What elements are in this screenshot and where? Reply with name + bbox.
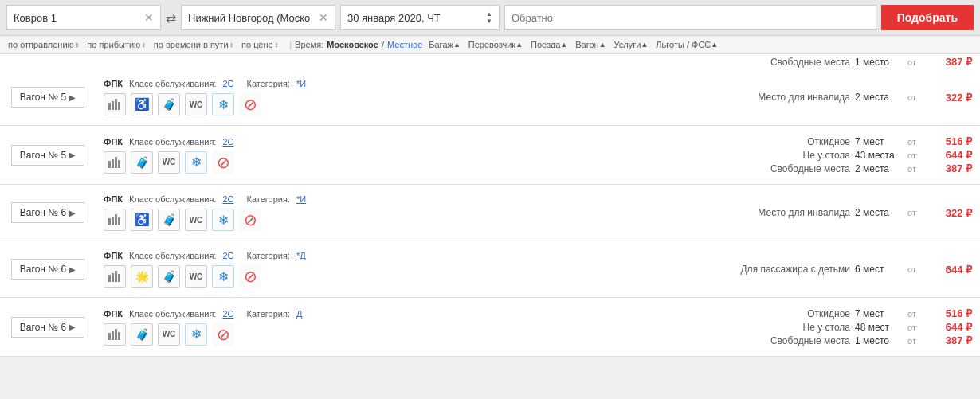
wagon-operator: ФПК <box>104 137 123 147</box>
price-seats: 1 место <box>855 335 903 346</box>
price-from: от <box>907 309 923 319</box>
services-icon: ▲ <box>641 41 648 49</box>
sort-by-arrival[interactable]: по прибытию ↕ <box>87 40 146 49</box>
svg-rect-16 <box>108 333 111 340</box>
wagon-row: Вагон № 5 ▶ ФПК Класс обслуживания: 2С К… <box>0 69 980 126</box>
to-clear-btn[interactable]: ✕ <box>319 11 328 24</box>
price-value: 644 ₽ <box>928 321 972 333</box>
baggage-icon: ▲ <box>453 41 461 49</box>
wagon-class-label: Класс обслуживания: <box>129 137 216 147</box>
filter-services[interactable]: Услуги ▲ <box>614 40 649 49</box>
price-seats: 2 места <box>855 163 903 174</box>
wagon-class-label: Класс обслуживания: <box>129 194 216 204</box>
partial-seats: 1 место <box>855 57 903 68</box>
filter-carrier[interactable]: Перевозчик ▲ <box>468 40 523 49</box>
wagon-number-button[interactable]: Вагон № 6 ▶ <box>11 317 84 338</box>
from-clear-btn[interactable]: ✕ <box>144 11 154 24</box>
sort-price-icon: ↕ <box>275 41 279 49</box>
date-field[interactable]: ▲ ▼ <box>340 5 500 30</box>
wagon-pricing: Для пассажира с детьми 6 мест от 644 ₽ <box>732 248 980 291</box>
price-from: от <box>907 208 923 217</box>
svg-rect-5 <box>112 159 114 168</box>
wagon-class-link[interactable]: 2С <box>222 309 233 319</box>
wagon-category-link[interactable]: *Д <box>296 251 306 260</box>
wagon-category-label: Категория: <box>247 79 290 88</box>
wagon-class-link[interactable]: 2С <box>222 194 233 204</box>
wheelchair-icon: ♿ <box>131 93 153 115</box>
price-value: 322 ₽ <box>928 92 972 104</box>
wagon-operator: ФПК <box>104 309 123 319</box>
wagon-class-link[interactable]: 2С <box>222 79 233 88</box>
snowflake-icon: ❄ <box>212 265 234 288</box>
price-from: от <box>907 264 923 274</box>
return-input[interactable] <box>512 12 869 24</box>
price-label: Свободные места <box>765 335 850 346</box>
carrier-icon: ▲ <box>515 41 523 49</box>
wagon-operator: ФПК <box>104 194 123 204</box>
wagon-category-label: Категория: <box>247 194 290 204</box>
wagon-details: ФПК Класс обслуживания: 2С Категория: *И… <box>96 191 750 234</box>
wagon-expand-icon: ▶ <box>69 93 76 102</box>
wagon-class-link[interactable]: 2С <box>222 137 233 147</box>
wagon-number-button[interactable]: Вагон № 5 ▶ <box>11 145 84 166</box>
to-field[interactable]: ✕ <box>181 5 335 30</box>
wagon-category-link[interactable]: *И <box>296 79 306 88</box>
return-field[interactable] <box>504 5 876 30</box>
wagon-class-link[interactable]: 2С <box>222 251 233 260</box>
bag-icon: 🧳 <box>158 93 180 115</box>
wagon-category-link[interactable]: *И <box>296 194 306 204</box>
wagon-number-button[interactable]: Вагон № 6 ▶ <box>11 259 84 280</box>
snowflake-icon: ❄ <box>185 323 207 346</box>
price-value: 644 ₽ <box>928 264 972 276</box>
partial-price: 387 ₽ <box>928 56 972 68</box>
wagon-row-inner: Вагон № 5 ▶ ФПК Класс обслуживания: 2С К… <box>0 69 980 125</box>
sort-by-departure[interactable]: по отправлению ↕ <box>8 40 79 49</box>
sort-by-travel-time[interactable]: по времени в пути ↕ <box>154 40 233 49</box>
price-row: Откидное 7 мест от 516 ₽ <box>765 135 972 147</box>
svg-rect-12 <box>108 275 111 282</box>
filter-train[interactable]: Поезда ▲ <box>531 40 567 49</box>
wagon-number-button[interactable]: Вагон № 6 ▶ <box>11 202 84 223</box>
child-icon: 🌟 <box>131 265 153 288</box>
wagon-number-button[interactable]: Вагон № 5 ▶ <box>11 87 84 108</box>
main-content: Свободные места 1 место от 387 ₽ Вагон №… <box>0 54 980 357</box>
svg-rect-2 <box>115 99 117 110</box>
train-icon: ▲ <box>560 41 567 49</box>
amenities: 🧳WC❄⊘ <box>104 323 749 346</box>
wagon-category-link[interactable]: Д <box>296 309 302 319</box>
filter-baggage[interactable]: Багаж ▲ <box>429 40 461 49</box>
svg-rect-1 <box>112 101 114 110</box>
filter-benefits[interactable]: Льготы / ФСС ▲ <box>656 40 718 49</box>
bag-icon: 🧳 <box>131 151 153 174</box>
from-input[interactable] <box>14 12 141 24</box>
wagon-expand-icon: ▶ <box>69 323 76 331</box>
price-row: Не у стола 43 места от 644 ₽ <box>765 149 972 161</box>
amenities: 🌟🧳WC❄⊘ <box>104 265 724 288</box>
wagon-info-line: ФПК Класс обслуживания: 2С Категория: *И <box>104 194 742 204</box>
time-moscow[interactable]: Московское <box>327 40 378 49</box>
svg-rect-0 <box>108 103 111 110</box>
wagon-row-inner: Вагон № 6 ▶ ФПК Класс обслуживания: 2С К… <box>0 298 980 356</box>
wagon-badge: Вагон № 5 ▶ <box>0 76 96 119</box>
time-local[interactable]: Местное <box>387 40 422 49</box>
wagon-pricing: Место для инвалида 2 места от 322 ₽ <box>750 191 980 234</box>
filter-separator: | <box>289 40 292 49</box>
wagon-row-inner: Вагон № 6 ▶ ФПК Класс обслуживания: 2С К… <box>0 241 980 297</box>
filter-wagon[interactable]: Вагон ▲ <box>575 40 606 49</box>
wagon-number-label: Вагон № 6 <box>20 207 66 218</box>
filter-bar: по отправлению ↕ по прибытию ↕ по времен… <box>0 36 980 54</box>
sort-by-price[interactable]: по цене ↕ <box>241 40 278 49</box>
price-from: от <box>907 137 923 147</box>
swap-button[interactable]: ⇄ <box>166 10 176 25</box>
wagon-row: Вагон № 6 ▶ ФПК Класс обслуживания: 2С К… <box>0 241 980 298</box>
date-spinners[interactable]: ▲ ▼ <box>486 10 492 25</box>
to-input[interactable] <box>188 12 316 24</box>
from-field[interactable]: ✕ <box>6 5 161 30</box>
amenities: ♿🧳WC❄⊘ <box>104 93 742 115</box>
sort-arrival-icon: ↕ <box>142 41 146 49</box>
search-button[interactable]: Подобрать <box>881 5 974 30</box>
price-seats: 7 мест <box>855 136 903 147</box>
date-input[interactable] <box>347 12 483 24</box>
wagon-category-label: Категория: <box>247 251 290 260</box>
wc-icon: WC <box>158 151 180 174</box>
